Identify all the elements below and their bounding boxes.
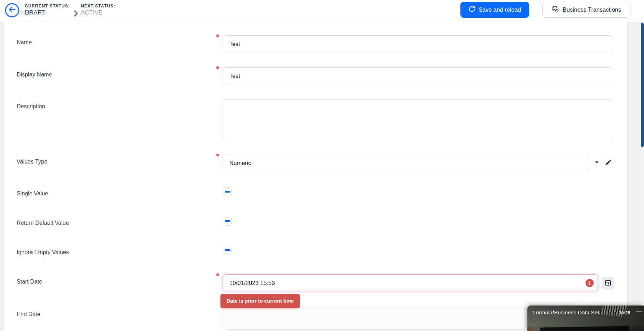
next-status-label: NEXT STATUS:	[81, 4, 116, 8]
scrollbar-track[interactable]	[640, 22, 644, 331]
error-exclamation-icon: !	[586, 279, 594, 287]
indeterminate-dash-icon	[225, 220, 230, 222]
business-transactions-label: Business Transactions	[562, 6, 621, 13]
date-error-tooltip: Date is prior to current time	[220, 294, 300, 308]
description-label: Description	[17, 103, 45, 110]
ignore-empty-values-label: Ignore Empty Values	[17, 249, 69, 256]
dropdown-caret-icon[interactable]	[594, 160, 600, 167]
refresh-icon	[469, 6, 475, 14]
end-date-label: End Date	[17, 311, 40, 318]
start-date-label: Start Date	[17, 279, 42, 285]
name-input[interactable]	[223, 35, 613, 52]
thumbnail-dark-shape	[540, 326, 629, 331]
next-status-value: ACTIVE	[81, 9, 102, 16]
thumbnail-wood-shape	[527, 327, 533, 331]
indeterminate-dash-icon	[225, 249, 230, 251]
return-default-value-checkbox[interactable]	[223, 217, 232, 226]
video-pip-overlay[interactable]: Formula/Business Data Set ... 10:25 —	[527, 306, 644, 331]
return-default-value-label: Return Default Value	[17, 220, 69, 226]
edit-pencil-icon[interactable]	[605, 159, 612, 167]
video-duration-badge: 10:25	[619, 310, 630, 315]
ignore-empty-values-checkbox[interactable]	[223, 246, 232, 255]
required-dot	[216, 66, 219, 69]
chevron-right-icon	[73, 10, 79, 18]
save-and-reload-button[interactable]: Save and reload	[460, 2, 529, 18]
required-dot	[216, 154, 219, 156]
top-header: Data Set CURRENT STATUS: DRAFT NEXT STAT…	[0, 0, 644, 22]
display-name-input[interactable]	[223, 67, 613, 84]
calendar-picker-button[interactable]	[601, 277, 614, 290]
required-dot	[216, 34, 219, 37]
values-type-label: Values Type	[17, 159, 47, 165]
calendar-icon	[605, 279, 611, 287]
values-type-selected-value: Numeric	[229, 160, 251, 166]
values-type-select[interactable]: Numeric	[223, 155, 589, 171]
scrollbar-thumb[interactable]	[641, 23, 644, 147]
video-title: Formula/Business Data Set ...	[532, 309, 605, 316]
current-status-value: DRAFT	[25, 9, 45, 16]
single-value-checkbox[interactable]	[223, 187, 232, 196]
start-date-input[interactable]	[223, 274, 598, 291]
current-status-label: CURRENT STATUS:	[25, 4, 70, 8]
minimize-icon[interactable]: —	[636, 308, 642, 315]
save-button-label: Save and reload	[478, 6, 521, 13]
indeterminate-dash-icon	[225, 191, 230, 193]
required-dot	[216, 273, 219, 276]
description-textarea[interactable]	[223, 99, 613, 139]
business-transactions-button[interactable]: Business Transactions	[542, 2, 631, 18]
coins-icon	[552, 6, 559, 14]
name-label: Name	[17, 39, 32, 46]
display-name-label: Display Name	[17, 72, 52, 78]
single-value-label: Single Value	[17, 190, 48, 197]
